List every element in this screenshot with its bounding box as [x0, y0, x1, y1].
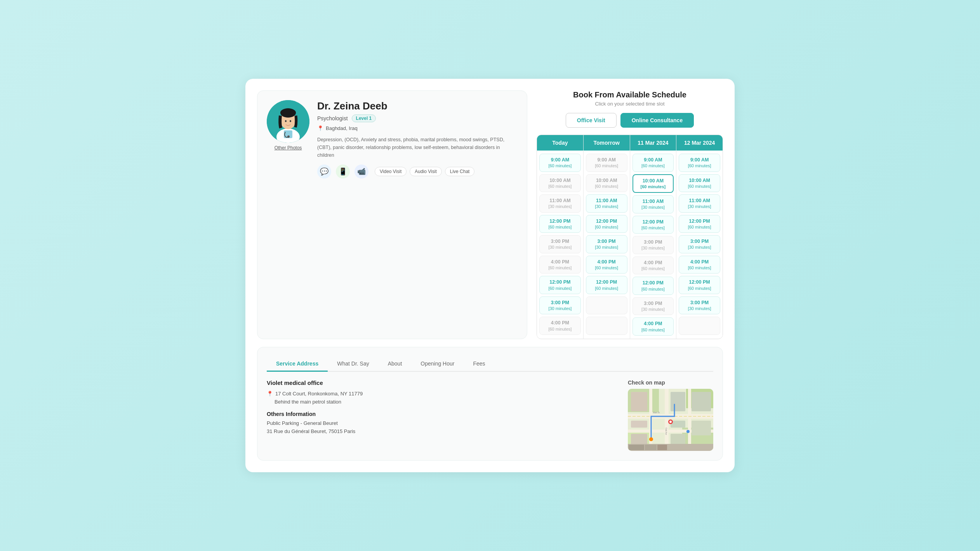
tab-fees[interactable]: Fees: [464, 357, 494, 372]
slot-0-2[interactable]: 11:00 AM[30 minutes]: [539, 194, 581, 213]
slot-3-3[interactable]: 12:00 PM[60 minutes]: [679, 215, 720, 233]
slot-1-2[interactable]: 11:00 AM[30 minutes]: [586, 194, 627, 213]
service-left: Violet medical office 📍 17 Colt Court, R…: [267, 379, 612, 451]
video-visit-tag[interactable]: Video Visit: [375, 167, 407, 176]
slot-0-1[interactable]: 10:00 AM[60 minutes]: [539, 174, 581, 192]
whatsapp-icon[interactable]: 📱: [336, 165, 350, 178]
booking-subtitle: Click on your selected time slot: [537, 101, 723, 107]
address-row: 📍 17 Colt Court, Ronkonkoma, NY 11779: [267, 391, 612, 397]
col-slots-3: 9:00 AM[60 minutes]10:00 AM[60 minutes]1…: [676, 151, 723, 338]
svg-point-8: [285, 120, 287, 122]
svg-point-7: [280, 108, 296, 118]
slot-0-3[interactable]: 12:00 PM[60 minutes]: [539, 215, 581, 233]
slot-3-0[interactable]: 9:00 AM[60 minutes]: [679, 154, 720, 172]
doctor-info: Dr. Zeina Deeb Psychologist Level 1 📍 Ba…: [317, 100, 518, 178]
slot-3-1[interactable]: 10:00 AM[60 minutes]: [679, 174, 720, 192]
col-slots-0: 9:00 AM[60 minutes]10:00 AM[60 minutes]1…: [537, 151, 583, 338]
slot-2-4[interactable]: 3:00 PM[30 minutes]: [632, 236, 674, 254]
svg-text:Oak Ave: Oak Ave: [665, 428, 667, 435]
tab-service-address[interactable]: Service Address: [267, 357, 328, 372]
slot-2-8[interactable]: 4:00 PM[60 minutes]: [632, 317, 674, 336]
slot-3-5[interactable]: 4:00 PM[60 minutes]: [679, 256, 720, 274]
slot-0-8[interactable]: 4:00 PM[60 minutes]: [539, 317, 581, 335]
visit-tags: Video Visit Audio Visit Live Chat: [375, 167, 474, 176]
office-name: Violet medical office: [267, 379, 612, 386]
col-header-1: Tomorrow: [584, 135, 630, 151]
slot-2-2[interactable]: 11:00 AM[30 minutes]: [632, 195, 674, 213]
svg-point-30: [669, 421, 672, 423]
svg-rect-19: [688, 389, 691, 451]
booking-title: Book From Available Schedule: [537, 90, 723, 99]
svg-rect-38: [657, 445, 667, 450]
avatar: [267, 100, 309, 143]
slot-1-4[interactable]: 3:00 PM[30 minutes]: [586, 235, 627, 253]
office-visit-button[interactable]: Office Visit: [566, 113, 617, 128]
level-badge: Level 1: [352, 114, 376, 122]
address-note: Behind the main petrol station: [275, 399, 612, 405]
slot-0-4[interactable]: 3:00 PM[30 minutes]: [539, 235, 581, 253]
slot-0-7[interactable]: 3:00 PM[30 minutes]: [539, 296, 581, 315]
live-chat-tag[interactable]: Live Chat: [445, 167, 475, 176]
others-info-1: Public Parking - General Beuret: [267, 419, 612, 428]
tab-opening-hour[interactable]: Opening Hour: [411, 357, 464, 372]
slot-1-6[interactable]: 12:00 PM[60 minutes]: [586, 276, 627, 294]
slot-1-1[interactable]: 10:00 AM[60 minutes]: [586, 174, 627, 192]
others-title: Others Information: [267, 411, 612, 417]
doctor-header: Other Photos Dr. Zeina Deeb Psychologist…: [267, 100, 518, 178]
slot-1-7: [586, 296, 627, 315]
svg-rect-27: [692, 421, 711, 435]
svg-rect-22: [671, 392, 685, 411]
doctor-avatar-wrap: Other Photos: [267, 100, 309, 151]
slot-1-5[interactable]: 4:00 PM[60 minutes]: [586, 256, 627, 274]
slot-2-0[interactable]: 9:00 AM[60 minutes]: [632, 154, 674, 172]
slot-3-4[interactable]: 3:00 PM[30 minutes]: [679, 235, 720, 253]
tab-about[interactable]: About: [379, 357, 412, 372]
slot-3-7[interactable]: 3:00 PM[30 minutes]: [679, 296, 720, 315]
col-header-3: 12 Mar 2024: [676, 135, 723, 151]
doctor-description: Depression, (OCD), Anxiety and stress, p…: [317, 136, 518, 159]
booking-panel: Book From Available Schedule Click on yo…: [537, 90, 723, 339]
slot-0-5[interactable]: 4:00 PM[60 minutes]: [539, 256, 581, 274]
slot-0-6[interactable]: 12:00 PM[60 minutes]: [539, 276, 581, 294]
svg-rect-16: [665, 389, 669, 451]
main-container: Other Photos Dr. Zeina Deeb Psychologist…: [245, 79, 735, 472]
location-row: 📍 Baghdad, Iraq: [317, 125, 518, 131]
video-call-icon[interactable]: 📹: [354, 165, 368, 178]
map-placeholder[interactable]: Main St Oak Ave: [628, 389, 713, 451]
slot-0-0[interactable]: 9:00 AM[60 minutes]: [539, 154, 581, 172]
address-text: 17 Colt Court, Ronkonkoma, NY 11779: [275, 391, 363, 397]
online-consultance-button[interactable]: Online Consultance: [620, 113, 694, 128]
slot-3-2[interactable]: 11:00 AM[30 minutes]: [679, 194, 720, 213]
audio-visit-tag[interactable]: Audio Visit: [410, 167, 441, 176]
tabs-row: Service AddressWhat Dr. SayAboutOpening …: [267, 357, 713, 372]
schedule-col-0: Today9:00 AM[60 minutes]10:00 AM[60 minu…: [537, 135, 584, 339]
specialty-text: Psychologist: [317, 115, 348, 121]
location-icon: 📍: [317, 125, 323, 131]
slot-2-7[interactable]: 3:00 PM[30 minutes]: [632, 297, 674, 315]
svg-rect-36: [629, 445, 644, 450]
slot-2-1[interactable]: 10:00 AM[60 minutes]: [632, 174, 674, 193]
doctor-card: Other Photos Dr. Zeina Deeb Psychologist…: [257, 90, 527, 339]
message-icon[interactable]: 💬: [317, 165, 331, 178]
doctor-name: Dr. Zeina Deeb: [317, 100, 518, 112]
col-header-0: Today: [537, 135, 583, 151]
svg-rect-23: [631, 421, 647, 428]
slot-3-6[interactable]: 12:00 PM[60 minutes]: [679, 276, 720, 294]
slot-2-6[interactable]: 12:00 PM[60 minutes]: [632, 277, 674, 295]
schedule-table: Today9:00 AM[60 minutes]10:00 AM[60 minu…: [537, 135, 723, 339]
slot-1-3[interactable]: 12:00 PM[60 minutes]: [586, 215, 627, 233]
slot-1-0[interactable]: 9:00 AM[60 minutes]: [586, 154, 627, 172]
other-photos-link[interactable]: Other Photos: [275, 145, 302, 151]
contact-icons: 💬 📱 📹 Video Visit Audio Visit Live Chat: [317, 165, 518, 178]
svg-rect-37: [645, 445, 657, 450]
slot-2-3[interactable]: 12:00 PM[60 minutes]: [632, 216, 674, 234]
tab-what-dr.-say[interactable]: What Dr. Say: [328, 357, 378, 372]
slot-2-5[interactable]: 4:00 PM[60 minutes]: [632, 256, 674, 275]
col-slots-2: 9:00 AM[60 minutes]10:00 AM[60 minutes]1…: [630, 151, 676, 339]
svg-point-4: [287, 135, 290, 138]
schedule-col-1: Tomorrow9:00 AM[60 minutes]10:00 AM[60 m…: [584, 135, 630, 339]
schedule-col-2: 11 Mar 20249:00 AM[60 minutes]10:00 AM[6…: [630, 135, 677, 339]
map-section: Check on map: [628, 379, 713, 451]
others-info-2: 31 Rue du Général Beuret, 75015 Paris: [267, 428, 612, 436]
address-icon: 📍: [267, 391, 273, 397]
